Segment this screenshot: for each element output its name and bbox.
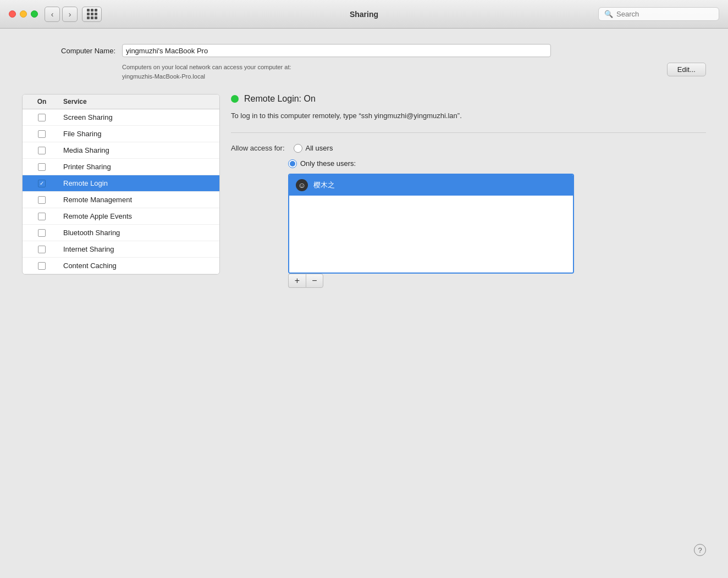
status-description: To log in to this computer remotely, typ… — [231, 110, 706, 121]
search-icon: 🔍 — [604, 10, 613, 18]
main-content: Computer Name: Computers on your local n… — [0, 29, 728, 380]
service-item-bluetooth-sharing[interactable]: Bluetooth Sharing — [23, 225, 219, 241]
remove-user-button[interactable]: − — [306, 274, 323, 288]
service-checkbox-media-sharing[interactable] — [38, 147, 46, 154]
service-name-internet-sharing: Internet Sharing — [61, 245, 219, 253]
grid-icon — [87, 9, 97, 19]
service-item-remote-management[interactable]: Remote Management — [23, 192, 219, 208]
only-these-users-radio-btn[interactable] — [288, 159, 297, 168]
service-name-media-sharing: Media Sharing — [61, 146, 219, 154]
window-title: Sharing — [350, 10, 378, 19]
computer-name-label: Computer Name: — [22, 47, 115, 55]
search-box: 🔍 — [598, 7, 719, 21]
divider — [231, 132, 706, 133]
minimize-button[interactable] — [20, 10, 27, 18]
all-users-label: All users — [306, 144, 333, 152]
service-checkbox-bluetooth-sharing[interactable] — [38, 229, 46, 237]
main-area: On Service Screen SharingFile SharingMed… — [22, 94, 706, 369]
grid-view-button[interactable] — [82, 7, 102, 22]
services-header: On Service — [23, 95, 219, 109]
users-list-container: ☺ 樱木之 — [288, 174, 574, 274]
detail-panel: Remote Login: On To log in to this compu… — [231, 94, 706, 369]
users-list-empty-area — [289, 196, 573, 273]
service-item-file-sharing[interactable]: File Sharing — [23, 126, 219, 142]
service-name-screen-sharing: Screen Sharing — [61, 113, 219, 121]
service-checkbox-remote-login[interactable] — [38, 180, 46, 187]
user-name: 樱木之 — [313, 180, 335, 190]
service-checkbox-content-caching[interactable] — [38, 262, 46, 270]
all-users-radio-btn[interactable] — [294, 144, 302, 153]
service-item-printer-sharing[interactable]: Printer Sharing — [23, 159, 219, 175]
all-users-radio[interactable]: All users — [294, 144, 333, 153]
service-checkbox-remote-apple-events[interactable] — [38, 213, 46, 220]
network-text: Computers on your local network can acce… — [122, 63, 667, 81]
status-row: Remote Login: On — [231, 94, 706, 104]
traffic-lights — [9, 10, 38, 18]
nav-buttons: ‹ › — [45, 7, 78, 22]
service-checkbox-remote-management[interactable] — [38, 196, 46, 204]
service-name-content-caching: Content Caching — [61, 262, 219, 270]
titlebar: ‹ › Sharing 🔍 — [0, 0, 728, 29]
help-button[interactable]: ? — [694, 544, 706, 556]
back-button[interactable]: ‹ — [45, 7, 60, 22]
user-avatar: ☺ — [296, 179, 308, 191]
services-list: Screen SharingFile SharingMedia SharingP… — [23, 109, 219, 274]
add-user-button[interactable]: + — [288, 274, 306, 288]
services-panel: On Service Screen SharingFile SharingMed… — [22, 94, 220, 275]
search-input[interactable] — [616, 10, 713, 18]
list-buttons: + − — [288, 274, 706, 288]
service-checkbox-file-sharing[interactable] — [38, 130, 46, 138]
service-name-printer-sharing: Printer Sharing — [61, 163, 219, 171]
service-item-media-sharing[interactable]: Media Sharing — [23, 142, 219, 159]
only-these-users-row[interactable]: Only these users: — [288, 159, 706, 168]
service-name-file-sharing: File Sharing — [61, 130, 219, 138]
computer-name-row: Computer Name: — [22, 44, 706, 57]
user-avatar-icon: ☺ — [298, 181, 306, 189]
service-checkbox-printer-sharing[interactable] — [38, 163, 46, 171]
service-item-remote-login[interactable]: Remote Login — [23, 175, 219, 192]
service-name-remote-apple-events: Remote Apple Events — [61, 212, 219, 220]
service-name-remote-management: Remote Management — [61, 196, 219, 204]
services-service-header: Service — [61, 98, 219, 105]
service-item-remote-apple-events[interactable]: Remote Apple Events — [23, 208, 219, 225]
computer-name-input[interactable] — [122, 44, 551, 57]
service-item-content-caching[interactable]: Content Caching — [23, 258, 219, 274]
service-item-internet-sharing[interactable]: Internet Sharing — [23, 241, 219, 258]
forward-button[interactable]: › — [62, 7, 78, 22]
service-item-screen-sharing[interactable]: Screen Sharing — [23, 109, 219, 126]
only-these-users-label: Only these users: — [300, 159, 356, 168]
services-on-header: On — [23, 98, 61, 105]
edit-button[interactable]: Edit... — [667, 63, 706, 76]
service-name-bluetooth-sharing: Bluetooth Sharing — [61, 229, 219, 237]
access-row: Allow access for: All users — [231, 144, 706, 153]
maximize-button[interactable] — [31, 10, 38, 18]
access-for-label: Allow access for: — [231, 144, 285, 152]
close-button[interactable] — [9, 10, 16, 18]
status-title: Remote Login: On — [244, 94, 316, 104]
status-dot — [231, 95, 239, 103]
service-checkbox-internet-sharing[interactable] — [38, 246, 46, 253]
user-item[interactable]: ☺ 樱木之 — [289, 175, 573, 196]
service-checkbox-screen-sharing[interactable] — [38, 114, 46, 121]
service-name-remote-login: Remote Login — [61, 179, 219, 187]
network-info-row: Computers on your local network can acce… — [122, 63, 706, 81]
